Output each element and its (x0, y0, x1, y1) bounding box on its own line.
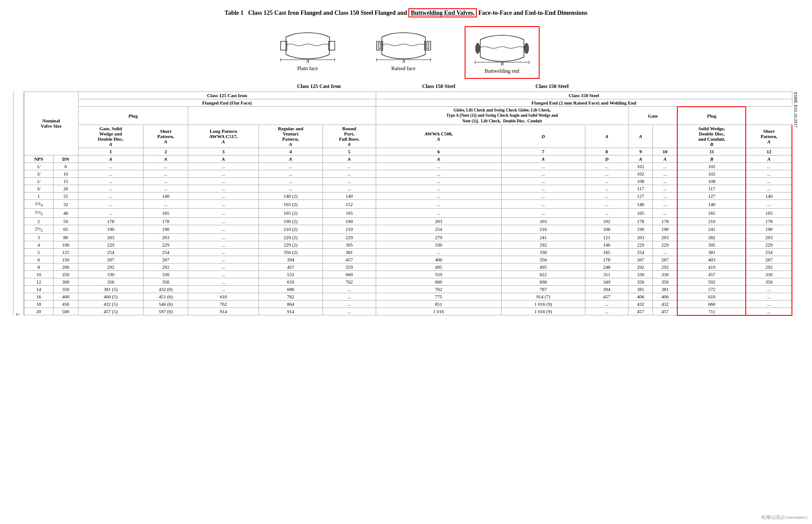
c4-cell: ... (258, 163, 323, 170)
c3-cell: ... (188, 225, 258, 233)
c1-cell: 457 (5) (78, 308, 143, 315)
nps-cell: 1¼4 (24, 200, 54, 209)
c12-cell: ... (746, 308, 792, 315)
class-150-steel-label1: Class 150 Steel (393, 83, 485, 90)
dn-cell: 450 (53, 300, 78, 308)
col10-header (653, 125, 678, 148)
raised-face-span: Flanged End (2 mm Raised Face) and Weldi… (376, 99, 792, 107)
c10-cell: ... (653, 193, 678, 200)
svg-point-15 (524, 43, 529, 54)
c4-cell: 610 (258, 278, 323, 285)
c9-cell: 203 (629, 233, 653, 241)
c4-cell: 190 (2) (258, 217, 323, 225)
c1-cell: 229 (78, 241, 143, 248)
butt-end-svg: B (467, 29, 537, 68)
c5-cell: ... (323, 285, 376, 293)
c7-cell: 356 (501, 256, 585, 263)
c4-cell: 457 (258, 263, 323, 270)
c11-cell: 165 (677, 209, 746, 217)
c12-cell: ... (746, 300, 792, 308)
c2-cell: 597 (6) (143, 308, 188, 315)
dn-cell: 150 (53, 256, 78, 263)
col1-header: Gate, SolidWedge andDouble Disc,A (78, 125, 143, 148)
c1-cell: 292 (78, 263, 143, 270)
c4-cell: ... (258, 178, 323, 185)
c8-cell: 311 (585, 270, 628, 278)
c5-cell: 165 (323, 209, 376, 217)
c10-cell: 178 (653, 217, 678, 225)
nominal-valve-size-header: NominalValve Size (24, 91, 78, 156)
dn-cell: 350 (53, 285, 78, 293)
nps-cell: 6 (24, 256, 54, 263)
c6-cell: ... (376, 200, 501, 209)
c7-cell: ... (501, 193, 585, 200)
c7-cell: 914 (7) (501, 293, 585, 300)
c5-cell: ... (323, 293, 376, 300)
col8-d: D (585, 156, 628, 163)
c10-cell: ... (653, 209, 678, 217)
c3-cell: ... (188, 248, 258, 256)
c2-cell: 229 (143, 241, 188, 248)
c2-cell: 432 (6) (143, 285, 188, 293)
c11-cell: 241 (677, 225, 746, 233)
c3-cell: ... (188, 233, 258, 241)
col3-a: A (188, 156, 258, 163)
c3-cell: ... (188, 263, 258, 270)
c2-cell: 267 (143, 256, 188, 263)
c6-cell: ... (376, 163, 501, 170)
c12-cell: 140 (746, 193, 792, 200)
class150-span: Class 150 Steel (376, 91, 792, 99)
globe-header: Globe, Lift Check and Swing Check Globe,… (376, 107, 629, 125)
c6-cell: 851 (376, 300, 501, 308)
c11-cell: 419 (677, 263, 746, 270)
c8-cell: ... (585, 300, 628, 308)
c4-cell: ... (258, 185, 323, 193)
c1-cell: 178 (78, 217, 143, 225)
c12-cell: 254 (746, 248, 792, 256)
c9-cell: 381 (629, 285, 653, 293)
dn-cell: 20 (53, 185, 78, 193)
col-num-12: 12 (746, 148, 792, 156)
c1-cell: ... (78, 200, 143, 209)
c5-cell: ... (323, 178, 376, 185)
page-title: Table 1 Class 125 Cast Iron Flanged and … (13, 9, 799, 17)
class-125-label: Class 125 Cast Iron (245, 83, 393, 90)
c10-cell: ... (653, 170, 678, 178)
c8-cell: 108 (585, 225, 628, 233)
dn-header: DN (53, 156, 78, 163)
c11-cell: 282 (677, 233, 746, 241)
c4-cell: 229 (2) (258, 241, 323, 248)
c10-cell: ... (653, 200, 678, 209)
c11-cell: 117 (677, 185, 746, 193)
nps-cell: 3/ (24, 170, 54, 178)
nps-cell: 5 (24, 248, 54, 256)
c9-cell: 267 (629, 256, 653, 263)
col12-header: ShortPattern,A (746, 125, 792, 148)
dn-cell: 200 (53, 263, 78, 270)
c10-cell: 229 (653, 241, 678, 248)
c8-cell: 178 (585, 256, 628, 263)
c4-cell: 914 (258, 308, 323, 315)
c6-cell: 203 (376, 217, 501, 225)
c2-cell: 254 (143, 248, 188, 256)
c8-cell: ... (585, 185, 628, 193)
c5-cell: 305 (323, 241, 376, 248)
c10-cell: 190 (653, 225, 678, 233)
diagram-butt-end: B Buttwelding end (465, 26, 540, 79)
c9-cell: 102 (629, 170, 653, 178)
col4-a: A (258, 156, 323, 163)
c12-cell: 190 (746, 225, 792, 233)
c11-cell: 305 (677, 241, 746, 248)
c12-cell: 165 (746, 209, 792, 217)
c3-cell: ... (188, 163, 258, 170)
c11-cell: 660 (677, 300, 746, 308)
c5-cell: 457 (323, 256, 376, 263)
svg-text:A: A (401, 58, 405, 64)
c7-cell: 330 (501, 248, 585, 256)
c7-cell: ... (501, 185, 585, 193)
c2-cell: 178 (143, 217, 188, 225)
c12-cell: 330 (746, 270, 792, 278)
diagrams-row: A Plain face A Raised face (13, 26, 799, 79)
c8-cell: 121 (585, 233, 628, 241)
class125-span: Class 125 Cast Iron (78, 91, 376, 99)
